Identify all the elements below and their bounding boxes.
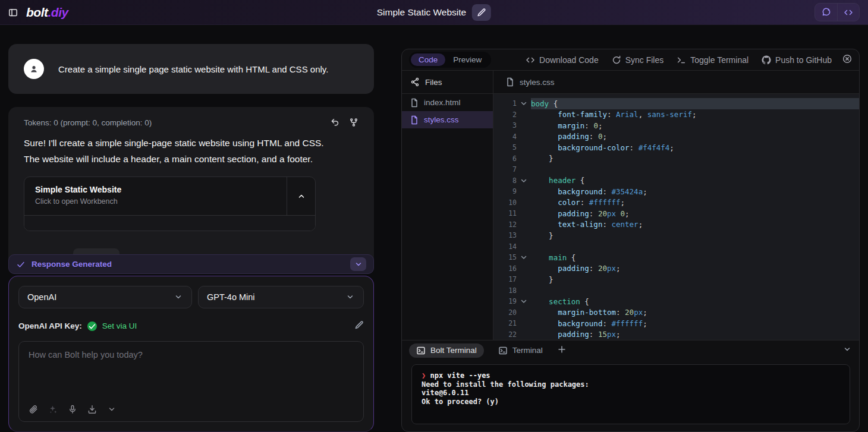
tab-code[interactable]: Code	[411, 53, 445, 66]
code-line[interactable]: 2 font-family: Arial, sans-serif;	[493, 109, 859, 121]
code-line[interactable]: 5 background-color: #f4f4f4;	[493, 142, 859, 153]
mic-icon[interactable]	[68, 405, 77, 414]
editor-file-tab[interactable]: styles.css	[493, 71, 859, 94]
code-text: main {	[531, 252, 859, 263]
code-text: background: #ffffff;	[531, 318, 859, 329]
code-line[interactable]: 9 background: #35424a;	[493, 186, 859, 197]
paperclip-icon[interactable]	[29, 405, 38, 414]
terminal-output[interactable]: ❯ npx vite --yesNeed to install the foll…	[411, 364, 850, 424]
provider-select[interactable]: OpenAI	[18, 286, 192, 308]
code-line[interactable]: 21 background: #ffffff;	[493, 318, 859, 329]
sync-files-button[interactable]: Sync Files	[612, 55, 664, 65]
code-line[interactable]: 19 section {	[493, 296, 859, 307]
workbench-artifact-card[interactable]: Simple Static Website Click to open Work…	[24, 176, 316, 231]
code-line[interactable]: 8 header {	[493, 175, 859, 187]
undo-icon[interactable]	[330, 118, 339, 127]
square-terminal-icon	[498, 346, 508, 355]
code-text: padding: 20px;	[531, 263, 859, 275]
workbench-actions: Download Code Sync Files Toggle Terminal…	[526, 55, 832, 65]
code-text: font-family: Arial, sans-serif;	[531, 109, 859, 121]
tab-preview[interactable]: Preview	[445, 53, 489, 66]
edit-title-button[interactable]	[472, 4, 491, 21]
code-line[interactable]: 7	[493, 164, 859, 175]
code-text: background-color: #f4f4f4;	[531, 142, 859, 153]
line-number: 11	[493, 209, 517, 217]
code-line[interactable]: 6 }	[493, 153, 859, 165]
header-icon-group	[814, 3, 860, 21]
code-line[interactable]: 10 color: #ffffff;	[493, 197, 859, 209]
editor-panel: styles.css 1body {2 font-family: Arial, …	[493, 71, 859, 340]
code-text: padding: 0;	[531, 131, 859, 143]
line-number: 1	[493, 99, 517, 108]
model-select[interactable]: GPT-4o Mini	[198, 286, 364, 308]
code-line[interactable]: 3 margin: 0;	[493, 120, 859, 131]
code-text: }	[531, 230, 859, 241]
chevron-down-icon[interactable]	[107, 405, 117, 414]
panel-left-icon[interactable]	[8, 8, 18, 17]
chevron-down-icon	[842, 345, 852, 354]
prompt-input-box	[18, 341, 364, 422]
code-line[interactable]: 20 margin-bottom: 20px;	[493, 307, 859, 319]
code-line[interactable]: 16 padding: 20px;	[493, 263, 859, 275]
download-code-button[interactable]: Download Code	[526, 55, 599, 65]
fold-chevron-icon[interactable]	[517, 297, 531, 306]
code-line[interactable]: 4 padding: 0;	[493, 131, 859, 143]
code-text: }	[531, 274, 859, 285]
file-item-styles.css[interactable]: styles.css	[402, 111, 493, 128]
prompt-input[interactable]	[19, 342, 363, 395]
line-number: 5	[493, 143, 517, 152]
code-editor[interactable]: 1body {2 font-family: Arial, sans-serif;…	[493, 94, 859, 340]
line-number: 16	[493, 264, 517, 273]
terminal-line: vite@6.0.11	[422, 389, 840, 398]
push-to-github-button[interactable]: Push to GitHub	[762, 55, 832, 65]
code-line[interactable]: 1body {	[493, 98, 859, 109]
code-line[interactable]: 18	[493, 285, 859, 297]
file-list: index.htmlstyles.css	[402, 94, 493, 128]
code-text	[531, 164, 859, 175]
artifact-collapse-button[interactable]	[287, 177, 315, 215]
fork-icon[interactable]	[349, 118, 358, 127]
check-icon	[16, 260, 26, 269]
chat-sparkle-icon[interactable]	[815, 4, 837, 21]
code-line[interactable]: 15 main {	[493, 252, 859, 263]
line-number: 12	[493, 220, 517, 229]
fold-chevron-icon[interactable]	[517, 176, 531, 185]
line-number: 2	[493, 111, 517, 119]
code-line[interactable]: 13 }	[493, 230, 859, 241]
code-line[interactable]: 11 padding: 20px 0;	[493, 208, 859, 219]
code-line[interactable]: 14	[493, 241, 859, 253]
code-line[interactable]: 22 padding: 15px;	[493, 329, 859, 340]
fold-chevron-icon[interactable]	[517, 99, 531, 108]
file-tree-panel: Files index.htmlstyles.css	[402, 71, 493, 340]
sparkles-icon[interactable]	[48, 405, 58, 414]
fold-chevron-icon[interactable]	[517, 253, 531, 262]
file-item-index.html[interactable]: index.html	[402, 94, 493, 111]
terminal-section: Bolt Terminal Terminal ❯ npx vite --yesN…	[402, 340, 859, 431]
assistant-message: Tokens: 0 (prompt: 0, completion: 0) Sur…	[8, 107, 374, 272]
code-line[interactable]: 12 text-align: center;	[493, 219, 859, 231]
composer-toolbar	[29, 405, 117, 414]
code-text: color: #ffffff;	[531, 197, 859, 209]
code-text: text-align: center;	[531, 219, 859, 231]
line-number: 21	[493, 319, 517, 327]
file-name: styles.css	[424, 115, 459, 124]
code-text: margin-bottom: 20px;	[531, 307, 859, 319]
import-icon[interactable]	[87, 405, 97, 414]
close-workbench-button[interactable]	[842, 54, 852, 65]
sync-icon	[612, 55, 621, 65]
toggle-terminal-button[interactable]: Toggle Terminal	[677, 55, 749, 65]
status-expand-button[interactable]	[350, 257, 366, 271]
code-line[interactable]: 17 }	[493, 274, 859, 285]
view-toggle: Code Preview	[409, 52, 491, 68]
code-text: header {	[531, 175, 859, 187]
add-terminal-button[interactable]	[557, 345, 567, 356]
collapse-terminal-button[interactable]	[842, 345, 852, 356]
api-key-edit-button[interactable]	[354, 320, 364, 332]
terminal-tab-label: Terminal	[512, 346, 543, 355]
response-status-bar: Response Generated	[8, 254, 374, 274]
bolt-logo[interactable]: bolt.diy	[26, 5, 68, 20]
tab-terminal[interactable]: Terminal	[491, 343, 550, 358]
tab-bolt-terminal[interactable]: Bolt Terminal	[409, 343, 484, 358]
code-icon[interactable]	[837, 4, 859, 21]
code-text: padding: 20px 0;	[531, 208, 859, 219]
